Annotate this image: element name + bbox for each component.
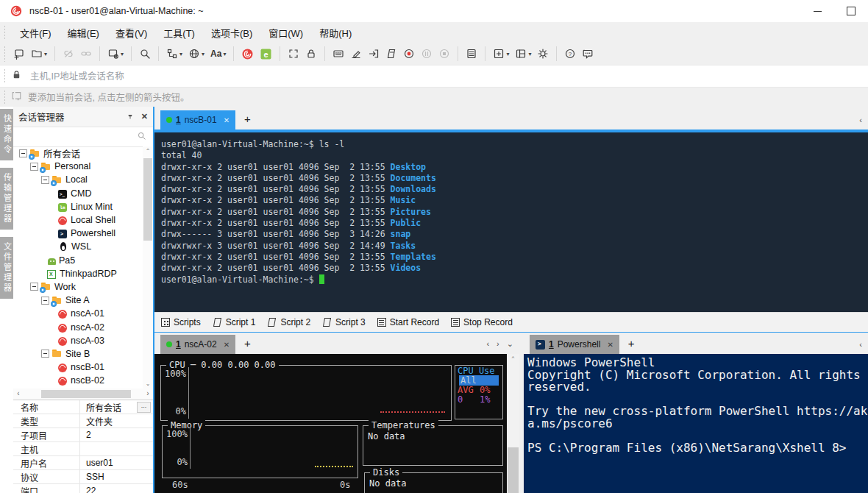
tree-item-Local Shell[interactable]: Local Shell <box>13 213 143 227</box>
side-pane-tab[interactable]: 文件管理器 <box>0 237 13 299</box>
tree-item-CMD[interactable]: CMD <box>13 187 143 200</box>
options-gear-icon[interactable] <box>534 45 552 63</box>
tree-item-Powershell[interactable]: Powershell <box>13 227 143 240</box>
menu-item[interactable]: 文件(F) <box>12 25 60 42</box>
tab-nscB-01[interactable]: 1 nscB-01 ✕ <box>160 110 235 130</box>
scripts-bar-item[interactable]: Script 2 <box>267 317 310 327</box>
menu-item[interactable]: 选项卡(B) <box>203 25 260 42</box>
tab-scroll-left-icon[interactable]: ‹ <box>859 116 862 124</box>
menu-item[interactable]: 窗口(W) <box>260 25 311 42</box>
find-icon[interactable] <box>136 45 154 63</box>
tree-item-Linux Mint[interactable]: Linux Mint <box>13 200 143 213</box>
xshell-launcher-icon[interactable] <box>238 45 257 63</box>
disconnect-icon[interactable] <box>60 45 77 63</box>
tree-expander-icon[interactable] <box>19 149 27 157</box>
tab-powershell[interactable]: 1 Powershell ✕ <box>530 335 619 354</box>
tab-scroll-left-icon[interactable]: ‹ <box>859 340 862 349</box>
new-tab-icon[interactable]: ▾ <box>490 45 512 63</box>
run-script-icon[interactable] <box>383 45 400 63</box>
scroll-up-icon[interactable]: ⌃ <box>507 354 519 363</box>
send-input-icon[interactable]: ▾ <box>163 45 185 63</box>
lock-screen-icon[interactable] <box>302 45 320 63</box>
tree-vertical-scrollbar[interactable]: ⌃ ⌄ <box>143 146 153 389</box>
tree-item-nscB-02[interactable]: nscB-02 <box>13 374 143 387</box>
scripts-bar-item[interactable]: Stop Record <box>451 317 513 327</box>
tab-close-icon[interactable]: ✕ <box>224 116 230 124</box>
focus-terminal-icon[interactable] <box>365 45 383 63</box>
scroll-left-icon[interactable]: ‹ <box>13 389 24 400</box>
session-search[interactable] <box>13 127 153 147</box>
tree-expander-icon[interactable] <box>41 176 49 184</box>
encoding-globe-icon[interactable]: ▾ <box>185 45 207 63</box>
scroll-right-icon[interactable]: › <box>143 389 153 400</box>
session-properties-icon[interactable]: ▾ <box>104 45 127 63</box>
tree-item-ThinkpadRDP[interactable]: ThinkpadRDP <box>13 267 143 280</box>
minimize-button[interactable] <box>800 0 834 22</box>
tree-expander-icon[interactable] <box>41 350 49 358</box>
compose-bar-icon[interactable] <box>347 45 365 63</box>
quick-commands-icon[interactable] <box>330 45 347 63</box>
more-button[interactable]: ... <box>137 402 151 413</box>
property-value[interactable]: 22 <box>80 486 153 493</box>
side-pane-tab[interactable]: 传输管理器 <box>0 168 13 230</box>
property-value[interactable]: user01 <box>80 458 153 468</box>
property-value[interactable]: 2 <box>80 430 153 440</box>
property-value[interactable]: 所有会话 <box>80 401 137 414</box>
legend-all[interactable]: All <box>459 375 499 386</box>
tab-close-icon[interactable]: ✕ <box>224 341 230 349</box>
tab-close-icon[interactable]: ✕ <box>607 341 613 349</box>
scripts-bar-item[interactable]: Script 1 <box>213 317 256 327</box>
scripts-bar-item[interactable]: Script 3 <box>322 317 366 327</box>
tree-item-nscA-03[interactable]: nscA-03 <box>13 334 143 347</box>
menu-item[interactable]: 帮助(H) <box>311 25 360 42</box>
property-value[interactable]: 文件夹 <box>80 415 153 428</box>
tree-expander-icon[interactable] <box>41 297 49 305</box>
tab-menu-icon[interactable]: ⌄ <box>507 339 513 349</box>
tab-scroll-left-icon[interactable]: ‹ <box>486 339 489 349</box>
menu-item[interactable]: 查看(V) <box>107 25 155 42</box>
scroll-thumb[interactable] <box>508 447 519 493</box>
scroll-thumb[interactable] <box>41 390 131 398</box>
new-session-icon[interactable] <box>10 45 28 63</box>
tree-expander-icon[interactable] <box>30 163 38 171</box>
tree-item-Personal[interactable]: Personal <box>13 160 143 173</box>
side-pane-tab[interactable]: 快速命令 <box>0 109 13 160</box>
tree-expander-icon[interactable] <box>30 283 38 291</box>
tab-nscA-02[interactable]: 1 nscA-02 ✕ <box>160 335 235 354</box>
font-icon[interactable]: Aa▾ <box>207 45 229 63</box>
pause-record-icon[interactable] <box>418 45 435 63</box>
address-input[interactable] <box>29 71 868 82</box>
tree-item-所有会话[interactable]: 所有会话 <box>13 146 143 160</box>
close-panel-icon[interactable]: ✕ <box>141 112 148 121</box>
tree-item-nscA-01[interactable]: nscA-01 <box>13 307 143 320</box>
tree-item-Work[interactable]: Work <box>13 280 143 294</box>
session-log-icon[interactable] <box>463 45 480 63</box>
powershell-screen[interactable]: Windows PowerShellCopyright (C) Microsof… <box>524 354 868 493</box>
new-tab-button[interactable]: + <box>619 337 644 350</box>
scripts-bar-item[interactable]: Start Record <box>377 317 439 327</box>
new-tab-button[interactable]: + <box>235 337 260 350</box>
terminal-screen[interactable]: user01@alan-Virtual-Machine:~$ ls -ltota… <box>154 132 868 319</box>
monitor-scrollbar[interactable]: ⌃ <box>507 354 519 493</box>
tree-item-Local[interactable]: Local <box>13 173 143 186</box>
menu-item[interactable]: 编辑(E) <box>60 25 107 42</box>
open-session-icon[interactable]: ▾ <box>28 45 50 63</box>
tree-item-Pa5[interactable]: Pa5 <box>13 254 143 267</box>
tree-item-Site A[interactable]: Site A <box>13 294 143 307</box>
tree-item-nscB-01[interactable]: nscB-01 <box>13 361 143 374</box>
tree-item-Site B[interactable]: Site B <box>13 347 143 361</box>
scripts-bar-item[interactable]: Scripts <box>161 317 201 327</box>
scroll-up-icon[interactable]: ⌃ <box>143 146 153 156</box>
tab-scroll-right-icon[interactable]: › <box>497 339 499 349</box>
tree-horizontal-scrollbar[interactable]: ‹ › <box>13 389 153 400</box>
menu-item[interactable]: 工具(T) <box>155 25 203 42</box>
pin-icon[interactable] <box>126 111 135 122</box>
property-value[interactable]: SSH <box>80 472 153 482</box>
reconnect-icon[interactable] <box>77 45 95 63</box>
fullscreen-icon[interactable] <box>285 45 302 63</box>
record-icon[interactable] <box>400 45 418 63</box>
add-session-arrow-icon[interactable] <box>11 91 22 103</box>
scroll-down-icon[interactable]: ⌄ <box>143 379 153 389</box>
scroll-thumb[interactable] <box>143 158 152 241</box>
tile-layout-icon[interactable]: ▾ <box>512 45 534 63</box>
